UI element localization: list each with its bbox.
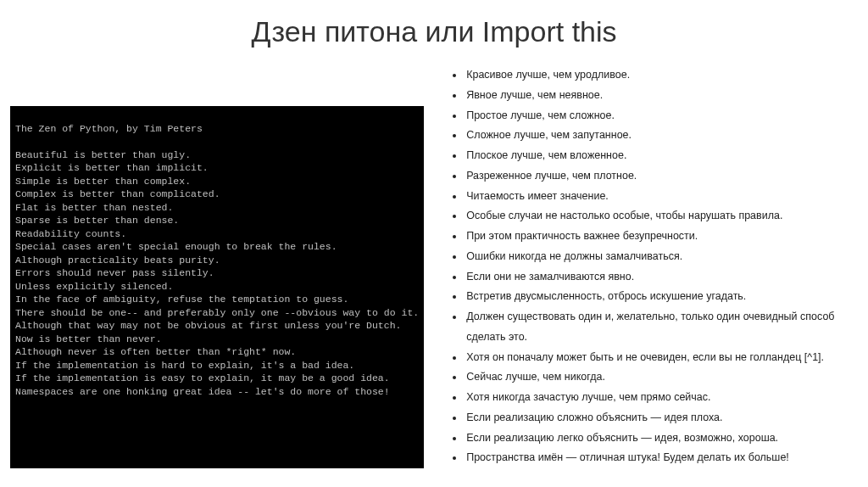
list-item: Если реализацию сложно объяснить — идея …	[465, 408, 858, 428]
list-item: Красивое лучше, чем уродливое.	[465, 65, 858, 86]
list-item: Простое лучше, чем сложное.	[465, 106, 858, 126]
list-item: Явное лучше, чем неявное.	[465, 86, 858, 106]
list-item: Хотя никогда зачастую лучше, чем прямо с…	[465, 388, 858, 408]
zen-line: Readability counts.	[15, 228, 126, 239]
list-item: Хотя он поначалу может быть и не очевиде…	[465, 348, 858, 368]
list-item: Пространства имён — отличная штука! Буде…	[465, 448, 858, 468]
list-item: При этом практичность важнее безупречнос…	[465, 227, 858, 247]
zen-line: Errors should never pass silently.	[15, 267, 214, 278]
zen-line: Now is better than never.	[15, 333, 162, 344]
list-item: Сейчас лучше, чем никогда.	[465, 367, 858, 388]
list-item: Особые случаи не настолько особые, чтобы…	[465, 206, 858, 227]
list-item: Встретив двусмысленность, отбрось искуше…	[465, 287, 858, 307]
zen-line: If the implementation is easy to explain…	[15, 372, 390, 383]
zen-line: Although that way may not be obvious at …	[15, 320, 401, 331]
list-item: Сложное лучше, чем запутанное.	[465, 126, 858, 146]
page-title: Дзен питона или Import this	[0, 0, 868, 65]
zen-line: Sparse is better than dense.	[15, 215, 179, 226]
list-item: Если реализацию легко объяснить — идея, …	[465, 428, 858, 449]
zen-line: Beautiful is better than ugly.	[15, 149, 191, 160]
zen-line: Although never is often better than *rig…	[15, 346, 296, 357]
list-item: Должен существовать один и, желательно, …	[465, 307, 858, 348]
zen-line: Complex is better than complicated.	[15, 188, 220, 199]
zen-line: Namespaces are one honking great idea --…	[15, 386, 390, 397]
list-item: Если они не замалчиваются явно.	[465, 267, 858, 288]
zen-line: If the implementation is hard to explain…	[15, 360, 354, 371]
zen-line: Although practicality beats purity.	[15, 255, 220, 266]
zen-line: Unless explicitly silenced.	[15, 281, 173, 292]
zen-heading: The Zen of Python, by Tim Peters	[15, 123, 203, 134]
zen-line: There should be one-- and preferably onl…	[15, 307, 419, 318]
list-item: Читаемость имеет значение.	[465, 187, 858, 207]
content-row: The Zen of Python, by Tim Peters Beautif…	[0, 65, 868, 468]
zen-line: Flat is better than nested.	[15, 202, 173, 213]
list-item: Плоское лучше, чем вложенное.	[465, 146, 858, 166]
zen-line: Explicit is better than implicit.	[15, 162, 209, 173]
zen-line: Simple is better than complex.	[15, 176, 191, 187]
zen-line: Special cases aren't special enough to b…	[15, 241, 337, 252]
terminal-output: The Zen of Python, by Tim Peters Beautif…	[10, 106, 424, 468]
list-item: Разреженное лучше, чем плотное.	[465, 166, 858, 187]
russian-translation-list: Красивое лучше, чем уродливое. Явное луч…	[441, 65, 858, 468]
list-item: Ошибки никогда не должны замалчиваться.	[465, 247, 858, 267]
zen-line: In the face of ambiguity, refuse the tem…	[15, 294, 348, 305]
